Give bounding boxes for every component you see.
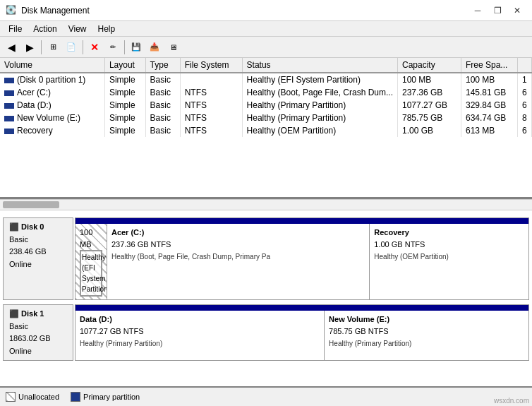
toolbar-btn-3[interactable]: ⊞ [44,39,61,56]
disk-partitions: Data (D:) 1077.27 GB NTFS Healthy (Prima… [75,304,529,361]
window-controls: ─ ❐ ✕ [468,4,526,18]
cell-filesystem: NTFS [180,112,242,124]
cell-capacity: 100 MB [398,73,461,86]
partition-block[interactable]: 100 MB Healthy (EFI System Partition) [75,224,107,299]
legend-primary-label: Primary partition [83,393,140,401]
cell-capacity: 1.00 GB [398,124,461,137]
partition-block[interactable]: Acer (C:) 237.36 GB NTFS Healthy (Boot, … [107,224,370,299]
legend-unallocated-icon [6,392,16,402]
menu-file[interactable]: File [3,23,28,35]
cell-filesystem: NTFS [180,99,242,112]
cell-type: Basic [145,73,180,86]
cell-free: 329.84 GB [461,99,518,112]
horizontal-scrollbar[interactable] [0,199,532,210]
col-layout[interactable]: Layout [104,58,145,73]
cell-extra: 1 [518,73,532,86]
toolbar-separator-3 [124,40,125,54]
window-title: Disk Management [21,6,468,16]
cell-filesystem: NTFS [180,86,242,99]
part-size: 100 MB [80,227,102,250]
cell-free: 100 MB [461,73,518,86]
menu-help[interactable]: Help [92,23,121,35]
toolbar-btn-4[interactable]: 📄 [63,39,80,56]
cell-layout: Simple [104,73,145,86]
cell-volume: (Disk 0 partition 1) [0,73,104,86]
disk-row: ⬛ Disk 1 Basic 1863.02 GB Online Data (D… [3,304,529,361]
disk-partitions: 100 MB Healthy (EFI System Partition) Ac… [75,217,529,300]
cell-status: Healthy (Primary Partition) [242,99,397,112]
col-type[interactable]: Type [145,58,180,73]
disk-size: 238.46 GB [9,246,67,258]
table-row[interactable]: Acer (C:) Simple Basic NTFS Healthy (Boo… [0,86,532,99]
legend-primary: Primary partition [71,392,140,402]
cell-extra: 6 [518,86,532,99]
disk-top-bar [75,218,528,224]
col-free[interactable]: Free Spa... [461,58,518,73]
toolbar-btn-delete[interactable]: ✕ [86,39,103,56]
cell-volume: New Volume (E:) [0,112,104,124]
disk-visualization-pane[interactable]: ⬛ Disk 0 Basic 238.46 GB Online 100 MB H… [0,210,532,386]
part-status: Healthy (Primary Partition) [80,338,320,349]
cell-extra: 6 [518,99,532,112]
menu-action[interactable]: Action [28,23,62,35]
menu-view[interactable]: View [63,23,92,35]
table-row[interactable]: (Disk 0 partition 1) Simple Basic Health… [0,73,532,86]
toolbar-btn-7[interactable]: 💾 [128,39,145,56]
cell-type: Basic [145,124,180,137]
cell-capacity: 785.75 GB [398,112,461,124]
cell-capacity: 1077.27 GB [398,99,461,112]
cell-layout: Simple [104,124,145,137]
table-row[interactable]: Recovery Simple Basic NTFS Healthy (OEM … [0,124,532,137]
col-status[interactable]: Status [242,58,397,73]
cell-status: Healthy (OEM Partition) [242,124,397,137]
cell-filesystem: NTFS [180,124,242,137]
part-detail: 1077.27 GB NTFS [80,326,320,338]
part-status: Healthy (OEM Partition) [374,251,524,262]
toolbar-btn-9[interactable]: 🖥 [164,39,181,56]
disk-label: ⬛ Disk 1 Basic 1863.02 GB Online [3,304,73,361]
col-volume[interactable]: Volume [0,58,104,73]
cell-status: Healthy (Boot, Page File, Crash Dum... [242,86,397,99]
restore-button[interactable]: ❐ [488,4,507,18]
part-detail: 1.00 GB NTFS [374,239,524,251]
col-filesystem[interactable]: File System [180,58,242,73]
toolbar-btn-6[interactable]: ✏ [104,39,121,56]
back-button[interactable]: ◀ [3,39,20,56]
part-status: Healthy (Boot, Page File, Crash Dump, Pr… [111,251,365,262]
disk-label: ⬛ Disk 0 Basic 238.46 GB Online [3,217,73,300]
hscroll-thumb[interactable] [3,201,59,208]
disk-status: Online [9,258,67,271]
disk-size: 1863.02 GB [9,333,67,345]
table-row[interactable]: New Volume (E:) Simple Basic NTFS Health… [0,112,532,124]
partition-block[interactable]: Data (D:) 1077.27 GB NTFS Healthy (Prima… [75,311,325,360]
volume-list-pane[interactable]: Volume Layout Type File System Status Ca… [0,58,532,199]
minimize-button[interactable]: ─ [468,4,487,18]
partition-block[interactable]: Recovery 1.00 GB NTFS Healthy (OEM Parti… [370,224,528,299]
cell-status: Healthy (Primary Partition) [242,112,397,124]
table-row[interactable]: Data (D:) Simple Basic NTFS Healthy (Pri… [0,99,532,112]
cell-free: 145.81 GB [461,86,518,99]
legend-primary-icon [71,392,80,402]
disk-parts-row: Data (D:) 1077.27 GB NTFS Healthy (Prima… [75,311,528,360]
main-area: Volume Layout Type File System Status Ca… [0,58,532,406]
forward-button[interactable]: ▶ [21,39,38,56]
cell-status: Healthy (EFI System Partition) [242,73,397,86]
cell-capacity: 237.36 GB [398,86,461,99]
close-button[interactable]: ✕ [508,4,526,18]
toolbar-separator-1 [41,40,42,54]
cell-volume: Acer (C:) [0,86,104,99]
disk-number: ⬛ Disk 1 [9,308,67,321]
col-extra[interactable] [518,58,532,73]
volume-table: Volume Layout Type File System Status Ca… [0,58,532,137]
cell-volume: Data (D:) [0,99,104,112]
partition-block[interactable]: New Volume (E:) 785.75 GB NTFS Healthy (… [325,311,528,360]
toolbar-btn-8[interactable]: 📥 [146,39,163,56]
cell-layout: Simple [104,86,145,99]
cell-free: 634.74 GB [461,112,518,124]
part-name: Recovery [374,227,524,239]
toolbar: ◀ ▶ ⊞ 📄 ✕ ✏ 💾 📥 🖥 [0,37,532,58]
cell-free: 613 MB [461,124,518,137]
disk-parts-row: 100 MB Healthy (EFI System Partition) Ac… [75,224,528,299]
col-capacity[interactable]: Capacity [398,58,461,73]
part-name: Acer (C:) [111,227,365,239]
